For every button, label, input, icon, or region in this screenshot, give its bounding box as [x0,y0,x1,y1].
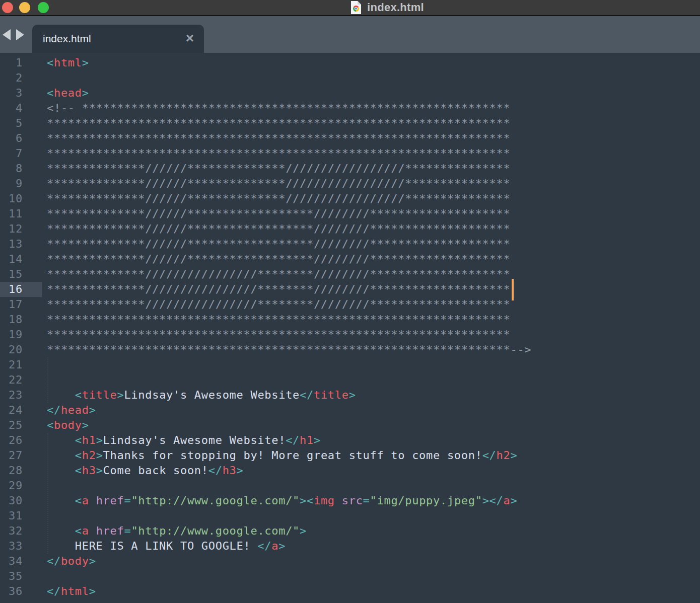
code-text: <head> [42,86,700,101]
line-number[interactable]: 24 [0,403,42,418]
line-number[interactable]: 34 [0,554,42,569]
code-line[interactable]: 11**************//////******************… [0,206,700,221]
code-line[interactable]: 1<html> [0,55,700,70]
code-line[interactable]: 17**************////////////////********… [0,297,700,312]
code-line[interactable]: 8**************//////**************/////… [0,161,700,176]
code-text [42,478,700,493]
line-number[interactable]: 2 [0,70,42,86]
line-number[interactable]: 30 [0,493,42,508]
code-line[interactable]: 3<head> [0,86,700,101]
line-number[interactable]: 1 [0,55,42,70]
tab-index-html[interactable]: index.html × [32,25,204,53]
code-line[interactable]: 22 [0,372,700,388]
line-number[interactable]: 11 [0,206,42,221]
code-text: <h3>Come back soon!</h3> [42,463,700,478]
forward-icon[interactable] [16,29,24,40]
code-text: ****************************************… [42,116,700,131]
code-text: **************////////////////********//… [42,267,700,282]
code-line[interactable]: 14**************//////******************… [0,252,700,267]
code-text: **************//////**************//////… [42,161,700,176]
code-text [42,508,700,523]
code-line[interactable]: 5***************************************… [0,116,700,131]
code-line[interactable]: 7***************************************… [0,146,700,161]
line-number[interactable]: 18 [0,312,42,327]
code-line[interactable]: 10**************//////**************////… [0,191,700,206]
code-line[interactable]: 9**************//////**************/////… [0,176,700,191]
code-text: </html> [42,584,700,599]
line-number[interactable]: 13 [0,237,42,252]
code-line[interactable]: 34</body> [0,554,700,569]
code-line[interactable]: 18**************************************… [0,312,700,327]
line-number[interactable]: 14 [0,252,42,267]
chrome-file-icon [350,1,362,15]
code-text: ****************************************… [42,342,700,357]
minimize-window-button[interactable] [19,2,30,13]
code-line[interactable]: 20**************************************… [0,342,700,357]
line-number[interactable]: 8 [0,161,42,176]
code-text: ****************************************… [42,312,700,327]
line-number[interactable]: 21 [0,357,42,372]
zoom-window-button[interactable] [38,2,49,13]
line-number[interactable]: 6 [0,131,42,146]
line-number[interactable]: 33 [0,539,42,554]
code-line[interactable]: 24</head> [0,403,700,418]
line-number[interactable]: 19 [0,327,42,342]
tab-label: index.html [43,33,91,45]
line-number[interactable]: 23 [0,388,42,403]
close-window-button[interactable] [2,2,13,13]
line-number[interactable]: 4 [0,101,42,116]
code-text: **************////////////////********//… [42,282,700,297]
line-number[interactable]: 26 [0,433,42,448]
code-text: **************//////******************//… [42,252,700,267]
line-number[interactable]: 16 [0,282,42,297]
code-text: **************//////**************//////… [42,191,700,206]
code-line[interactable]: 31 [0,508,700,523]
line-number[interactable]: 17 [0,297,42,312]
line-number[interactable]: 3 [0,86,42,101]
line-number[interactable]: 25 [0,418,42,433]
code-line[interactable]: 35 [0,569,700,584]
code-line[interactable]: 28 <h3>Come back soon!</h3> [0,463,700,478]
code-line[interactable]: 23 <title>Lindsay's Awesome Website</tit… [0,388,700,403]
line-number[interactable]: 27 [0,448,42,463]
code-line[interactable]: 19**************************************… [0,327,700,342]
line-number[interactable]: 22 [0,372,42,388]
code-line[interactable]: 33 HERE IS A LINK TO GOOGLE! </a> [0,539,700,554]
line-number[interactable]: 15 [0,267,42,282]
code-line[interactable]: 15**************////////////////********… [0,267,700,282]
line-number[interactable]: 28 [0,463,42,478]
line-number[interactable]: 5 [0,116,42,131]
code-text: **************//////******************//… [42,221,700,237]
code-line[interactable]: 13**************//////******************… [0,237,700,252]
back-icon[interactable] [3,29,11,40]
code-line[interactable]: 16**************////////////////********… [0,282,700,297]
indent-guide [47,357,48,403]
code-text [42,357,700,372]
code-line[interactable]: 30 <a href="http://www.google.com/"><img… [0,493,700,508]
line-number[interactable]: 35 [0,569,42,584]
code-line[interactable]: 21 [0,357,700,372]
code-text: </head> [42,403,700,418]
code-text: **************//////******************//… [42,206,700,221]
line-number[interactable]: 12 [0,221,42,237]
code-line[interactable]: 32 <a href="http://www.google.com/"> [0,523,700,539]
code-line[interactable]: 36</html> [0,584,700,599]
code-line[interactable]: 26 <h1>Lindsay's Awesome Website!</h1> [0,433,700,448]
line-number[interactable]: 9 [0,176,42,191]
code-line[interactable]: 27 <h2>Thanks for stopping by! More grea… [0,448,700,463]
line-number[interactable]: 36 [0,584,42,599]
code-line[interactable]: 2 [0,70,700,86]
tab-close-icon[interactable]: × [186,31,194,45]
line-number[interactable]: 29 [0,478,42,493]
code-line[interactable]: 4<!-- **********************************… [0,101,700,116]
line-number[interactable]: 7 [0,146,42,161]
line-number[interactable]: 32 [0,523,42,539]
code-line[interactable]: 12**************//////******************… [0,221,700,237]
code-line[interactable]: 29 [0,478,700,493]
line-number[interactable]: 20 [0,342,42,357]
code-line[interactable]: 25<body> [0,418,700,433]
code-line[interactable]: 6***************************************… [0,131,700,146]
line-number[interactable]: 31 [0,508,42,523]
code-editor[interactable]: 1<html>23<head>4<!-- *******************… [0,53,700,603]
line-number[interactable]: 10 [0,191,42,206]
